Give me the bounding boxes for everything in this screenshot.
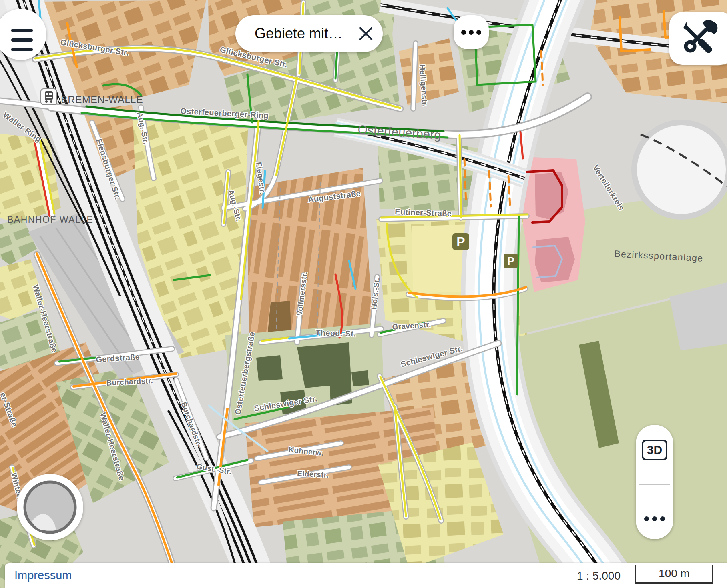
tools-button[interactable] (669, 12, 727, 65)
close-icon (356, 24, 376, 43)
svg-text:Eiderstr.: Eiderstr. (297, 469, 329, 479)
station-icon (41, 89, 57, 105)
parking-icon: P (452, 233, 469, 250)
map-more-options-button[interactable] (636, 511, 673, 527)
map-canvas[interactable]: P P Glücksburger Str. Glücksburger Str. … (0, 0, 727, 588)
svg-text:P: P (456, 234, 465, 249)
overview-map-button[interactable] (17, 474, 83, 540)
svg-text:P: P (507, 255, 514, 267)
map-controls-pill: 3D (636, 425, 673, 539)
status-bar: Impressum 1 : 5.000 100 m (5, 563, 727, 588)
clear-search-button[interactable] (356, 24, 376, 43)
scale-distance-label: 100 m (659, 567, 690, 580)
ellipsis-icon (644, 516, 665, 521)
overview-globe-icon (17, 474, 83, 540)
divider (639, 484, 670, 485)
svg-text:BREMEN-WALLE: BREMEN-WALLE (61, 94, 143, 105)
wrench-screwdriver-icon (678, 18, 718, 58)
svg-text:Theod.-St.: Theod.-St. (315, 328, 356, 338)
svg-text:BAHNHOF WALLE: BAHNHOF WALLE (7, 214, 93, 225)
ellipsis-icon (461, 30, 481, 35)
3d-label: 3D (647, 443, 662, 457)
3d-view-button[interactable]: 3D (642, 440, 667, 460)
parking-icon: P (504, 254, 518, 268)
map-scale-ratio: 1 : 5.000 (577, 570, 621, 582)
more-options-button[interactable] (454, 15, 489, 49)
scale-bar: 100 m (635, 565, 713, 584)
search-query-text: Gebiete mit… (255, 25, 343, 42)
search-pill[interactable]: Gebiete mit… (235, 15, 383, 52)
impressum-link[interactable]: Impressum (14, 569, 72, 582)
map-app: P P Glücksburger Str. Glücksburger Str. … (0, 0, 727, 588)
